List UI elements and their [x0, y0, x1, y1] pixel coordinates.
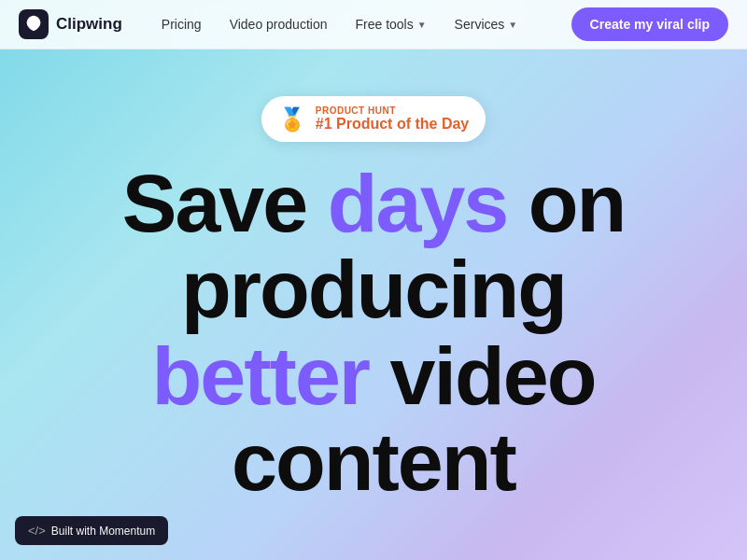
nav-links: Pricing Video production Free tools ▼ Se…: [150, 11, 571, 37]
logo-name: Clipwing: [56, 15, 122, 34]
nav-video-production[interactable]: Video production: [218, 11, 339, 37]
chevron-down-icon: ▼: [508, 20, 517, 30]
ph-text: PRODUCT HUNT #1 Product of the Day: [316, 105, 469, 133]
hero-section: 🏅 PRODUCT HUNT #1 Product of the Day Sav…: [0, 0, 747, 560]
headline-on: on: [507, 157, 625, 249]
headline-better: better: [152, 329, 370, 422]
medal-icon: 🏅: [278, 106, 306, 133]
built-with-badge: </> Built with Momentum: [15, 516, 168, 545]
logo-icon: [19, 9, 49, 39]
headline-video: video: [369, 329, 595, 422]
navbar: Clipwing Pricing Video production Free t…: [0, 0, 747, 49]
built-label: Built with Momentum: [51, 525, 155, 538]
headline-line-1: Save days on: [122, 161, 626, 246]
nav-free-tools[interactable]: Free tools ▼: [344, 11, 437, 37]
product-hunt-badge[interactable]: 🏅 PRODUCT HUNT #1 Product of the Day: [261, 96, 486, 142]
headline-save: Save: [122, 157, 328, 249]
nav-services[interactable]: Services ▼: [444, 11, 529, 37]
nav-pricing[interactable]: Pricing: [150, 11, 213, 37]
headline-line-2: producing: [122, 246, 626, 332]
logo-area[interactable]: Clipwing: [19, 9, 122, 39]
ph-label: PRODUCT HUNT: [316, 105, 469, 116]
headline-days: days: [328, 157, 508, 249]
headline-line-4: content: [122, 419, 626, 505]
headline-line-3: better video: [122, 333, 626, 419]
ph-title: #1 Product of the Day: [316, 116, 469, 133]
chevron-down-icon: ▼: [417, 20, 427, 30]
code-icon: </>: [28, 524, 46, 538]
hero-headline: Save days on producing better video cont…: [104, 161, 644, 506]
cta-button[interactable]: Create my viral clip: [571, 7, 728, 41]
